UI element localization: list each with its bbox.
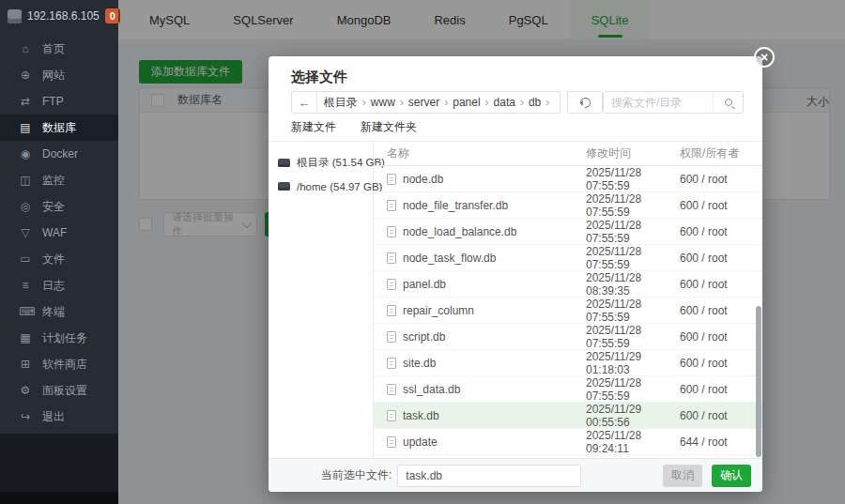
file-icon [387, 410, 396, 421]
refresh-button[interactable] [567, 91, 603, 114]
confirm-button[interactable]: 确认 [712, 465, 751, 487]
sidebar-item[interactable]: ⊞ 软件商店 [0, 351, 118, 377]
sidebar-main: 192.168.6.105 0 ⌂ 首页 ⊕ 网站 ⇄ FTP ▤ 数据库 ◉ … [0, 0, 118, 434]
sidebar-item-label: WAF [42, 226, 67, 239]
file-mtime: 2025/11/28 07:55:59 [586, 324, 680, 350]
cron-icon: ▦ [19, 331, 32, 344]
back-arrow-icon[interactable]: ← [292, 92, 317, 113]
file-perm: 600 / root [680, 304, 762, 317]
sidebar-item[interactable]: ⌨ 终端 [0, 298, 118, 325]
file-row[interactable]: repair_column 2025/11/28 07:55:59 600 / … [374, 298, 762, 324]
sidebar: 192.168.6.105 0 ⌂ 首页 ⊕ 网站 ⇄ FTP ▤ 数据库 ◉ … [0, 0, 118, 504]
close-icon[interactable]: × [754, 47, 775, 68]
sidebar-item[interactable]: ↪ 退出 [0, 404, 118, 430]
column-name: 名称 [374, 145, 586, 161]
database-icon: ▤ [19, 121, 32, 134]
sidebar-item[interactable]: ⚙ 面板设置 [0, 377, 118, 404]
cancel-button[interactable]: 取消 [663, 465, 702, 487]
terminal-icon: ⌨ [19, 305, 32, 318]
file-mtime: 2025/11/29 01:18:03 [586, 350, 680, 376]
disk-item[interactable]: 根目录 (51.54 GB) [269, 151, 373, 175]
sidebar-item[interactable]: ▽ WAF [0, 220, 118, 246]
new-folder-button[interactable]: 新建文件夹 [361, 119, 417, 135]
sidebar-item-label: FTP [42, 95, 64, 108]
dialog-body: 根目录 (51.54 GB) /home (54.97 GB) 名称 修改时间 … [269, 141, 762, 458]
file-row[interactable]: node_file_transfer.db 2025/11/28 07:55:5… [374, 192, 762, 219]
sidebar-item[interactable]: ◎ 安全 [0, 193, 118, 220]
breadcrumb-item[interactable]: data [494, 96, 529, 109]
app-root: 192.168.6.105 0 ⌂ 首页 ⊕ 网站 ⇄ FTP ▤ 数据库 ◉ … [0, 0, 845, 504]
file-row[interactable]: node.db 2025/11/28 07:55:59 600 / root [374, 166, 762, 192]
file-row[interactable]: update 2025/11/28 09:24:11 644 / root [374, 429, 762, 455]
file-picker-dialog: × 选择文件 ← 根目录wwwserverpaneldatadb 新建文件 新建… [269, 56, 762, 492]
file-row[interactable]: task.db 2025/11/29 00:55:56 600 / root [374, 403, 762, 429]
sidebar-item[interactable]: ◫ 监控 [0, 167, 118, 193]
breadcrumb-item[interactable]: db [529, 96, 554, 109]
file-row[interactable]: site.db 2025/11/29 01:18:03 600 / root [374, 350, 762, 376]
file-icon [387, 358, 396, 369]
docker-icon: ◉ [19, 147, 32, 160]
file-mtime: 2025/11/29 00:55:56 [586, 403, 680, 429]
breadcrumb-item[interactable]: www [371, 96, 408, 109]
sidebar-item-label: 文件 [42, 252, 65, 267]
disk-label: /home (54.97 GB) [297, 181, 382, 192]
search-button[interactable] [713, 92, 743, 113]
selected-file-input[interactable] [397, 465, 581, 487]
files-icon: ▭ [19, 252, 32, 266]
file-icon [387, 305, 396, 316]
file-name: update [403, 435, 438, 449]
breadcrumb: 根目录wwwserverpaneldatadb [317, 95, 560, 111]
breadcrumb-item[interactable]: server [408, 96, 453, 109]
disk-item[interactable]: /home (54.97 GB) [269, 175, 373, 198]
file-icon [387, 279, 396, 290]
file-row[interactable]: node_task_flow.db 2025/11/28 07:55:59 60… [374, 245, 762, 271]
file-icon [387, 384, 396, 395]
new-file-button[interactable]: 新建文件 [291, 119, 336, 135]
appstore-icon: ⊞ [19, 358, 32, 371]
file-name: node.db [403, 173, 443, 186]
file-perm: 644 / root [680, 435, 762, 449]
file-row[interactable]: panel.db 2025/11/28 08:39:35 600 / root [374, 271, 762, 298]
sidebar-item[interactable]: ≡ 日志 [0, 272, 118, 298]
ftp-icon: ⇄ [19, 95, 32, 108]
file-mtime: 2025/11/28 07:55:59 [586, 376, 680, 403]
file-perm: 600 / root [680, 199, 762, 212]
sidebar-item[interactable]: ▦ 计划任务 [0, 325, 118, 351]
breadcrumb-item[interactable]: 根目录 [324, 95, 371, 111]
list-scrollbar-thumb[interactable] [756, 306, 761, 457]
file-perm: 600 / root [680, 357, 762, 370]
sidebar-item[interactable]: ◉ Docker [0, 141, 118, 167]
sidebar-item-label: 首页 [42, 41, 65, 57]
file-name: node_file_transfer.db [403, 199, 508, 212]
sidebar-item[interactable]: ▤ 数据库 [0, 115, 118, 141]
file-row[interactable]: node_load_balance.db 2025/11/28 07:55:59… [374, 219, 762, 245]
sidebar-item[interactable]: ▭ 文件 [0, 246, 118, 272]
sidebar-item[interactable]: ⊕ 网站 [0, 62, 118, 88]
sidebar-item-label: 监控 [42, 173, 65, 189]
sidebar-item-label: 软件商店 [42, 357, 87, 373]
file-name: site.db [403, 357, 436, 370]
file-mtime: 2025/11/28 09:24:11 [586, 429, 680, 455]
sidebar-item-label: Docker [42, 147, 78, 160]
file-actions: 新建文件 新建文件夹 [291, 119, 417, 135]
site-icon: ⊕ [19, 69, 32, 82]
sidebar-item[interactable]: ⇄ FTP [0, 88, 118, 115]
file-icon [387, 252, 396, 264]
waf-icon: ▽ [19, 226, 32, 239]
file-row[interactable]: script.db 2025/11/28 07:55:59 600 / root [374, 324, 762, 350]
sidebar-item-label: 计划任务 [42, 330, 87, 346]
file-row[interactable]: ssl_data.db 2025/11/28 07:55:59 600 / ro… [374, 376, 762, 403]
column-perm: 权限/所有者 [680, 145, 762, 161]
search-input[interactable] [604, 92, 713, 113]
sidebar-item[interactable]: ⌂ 首页 [0, 36, 118, 62]
file-search [603, 91, 744, 114]
file-list: node.db 2025/11/28 07:55:59 600 / root n… [374, 166, 762, 455]
breadcrumb-item[interactable]: panel [453, 96, 493, 109]
file-perm: 600 / root [680, 383, 762, 396]
file-icon [387, 200, 396, 211]
file-name: repair_column [403, 304, 474, 317]
file-name: ssl_data.db [403, 383, 460, 396]
settings-icon: ⚙ [19, 384, 32, 397]
panel-logo-icon [8, 9, 22, 23]
dialog-toolbar: ← 根目录wwwserverpaneldatadb [291, 91, 744, 114]
